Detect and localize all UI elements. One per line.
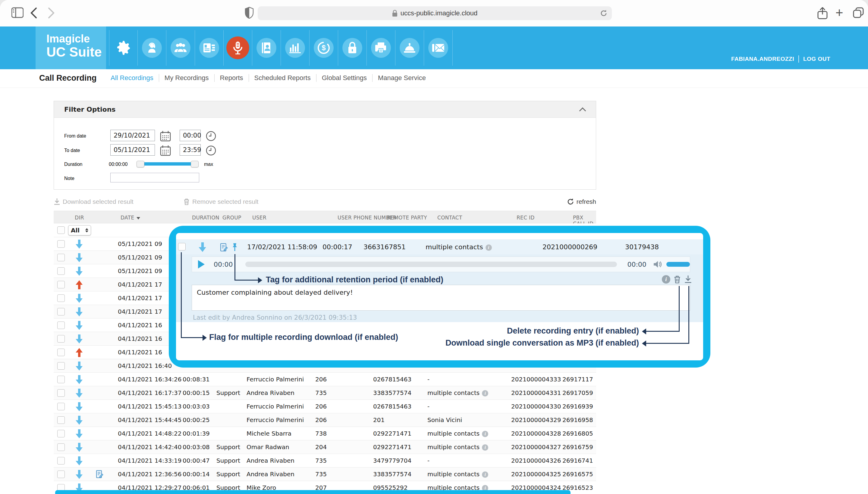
download-selected-button[interactable]: Download selected result [54,198,133,205]
note-icon[interactable] [220,243,228,251]
table-row[interactable]: 04/11/2021 15:45:1300:03:03Ferruccio Pal… [54,400,596,413]
delete-recording-icon[interactable] [673,275,681,284]
col-remote-party[interactable]: REMOTE PARTY [387,215,427,221]
duration-slider[interactable] [139,161,196,167]
refresh-button[interactable]: refresh [567,198,596,205]
table-row[interactable]: 04/11/2021 16:34:2600:08:31Ferruccio Pal… [54,373,596,386]
speaker-icon[interactable] [653,260,662,268]
contact-info-icon[interactable]: i [482,431,488,437]
to-time-input[interactable]: 23:59 [180,144,201,156]
user-groups-icon[interactable] [166,30,195,65]
slider-handle-min[interactable] [137,161,144,167]
tab-all-recordings[interactable]: All Recordings [105,74,159,82]
hotel-services-bell-icon[interactable] [395,30,424,65]
row-checkbox[interactable] [57,294,65,302]
billing-dollar-icon[interactable]: $ [309,30,338,65]
contact-info-icon[interactable]: i [482,471,488,478]
select-all-checkbox[interactable] [57,226,65,234]
contact-info-icon[interactable]: i [482,390,488,397]
col-duration[interactable]: DURATION [192,215,219,221]
dir-filter-dropdown[interactable]: All [68,225,91,235]
row-checkbox[interactable] [57,389,65,397]
row-checkbox[interactable] [57,416,65,424]
volume-bar[interactable] [666,262,690,267]
row-checkbox[interactable] [57,240,65,248]
col-date[interactable]: DATE [121,215,140,221]
new-tab-plus-icon[interactable]: + [835,6,843,19]
to-clock-icon[interactable] [205,145,216,156]
settings-gear-icon[interactable] [109,30,138,65]
tab-overview-icon[interactable] [853,7,864,18]
contacts-book-icon[interactable] [252,30,281,65]
share-icon[interactable] [817,7,828,19]
to-date-input[interactable]: 05/11/2021 [110,144,155,156]
tab-manage-service[interactable]: Manage Service [373,74,431,82]
tab-global-settings[interactable]: Global Settings [317,74,373,82]
phone-directory-icon[interactable] [195,30,224,65]
contact-info-icon[interactable]: i [482,444,488,451]
info-icon[interactable]: i [662,275,670,284]
to-calendar-icon[interactable] [160,145,171,156]
table-row[interactable]: 04/11/2021 16:17:3700:00:15SupportAndrea… [54,386,596,400]
fax-printer-icon[interactable] [367,30,395,65]
col-contact[interactable]: CONTACT [437,215,462,221]
row-checkbox[interactable] [57,348,65,356]
sidebar-toggle-icon[interactable] [12,7,23,18]
table-row[interactable]: 04/11/2021 14:42:4000:03:08SupportOmar R… [54,440,596,454]
imagicle-logo[interactable]: Imagicle UC Suite [36,26,106,69]
table-row[interactable]: 04/11/2021 14:48:2200:01:39Michele Sbarr… [54,427,596,440]
play-button[interactable] [197,260,205,269]
recording-note-textarea[interactable]: Customer complaining about delayed deliv… [192,285,690,311]
url-bar[interactable]: uccs-public.imagicle.cloud [258,6,612,20]
row-checkbox[interactable] [57,308,65,316]
note-icon[interactable] [96,470,104,478]
row-checkbox[interactable] [57,443,65,451]
contact-info-icon[interactable]: i [486,244,492,251]
col-rec-id[interactable]: REC ID [517,215,535,221]
slider-handle-max[interactable] [191,161,199,167]
back-button-icon[interactable] [30,7,37,19]
filter-panel-header[interactable]: Filter Options [54,101,596,118]
remove-selected-button[interactable]: Remove selected result [183,198,258,205]
note-filter-input[interactable] [110,173,199,183]
row-checkbox[interactable] [57,267,65,275]
table-row[interactable]: 04/11/2021 14:33:1900:00:47SupportAndrea… [54,454,596,468]
row-checkbox[interactable] [57,471,65,478]
col-group[interactable]: GROUP [222,215,241,221]
from-date-input[interactable]: 29/10/2021 [110,130,155,141]
row-checkbox[interactable] [57,403,65,410]
collapse-chevron-icon[interactable] [579,108,586,114]
row-checkbox[interactable] [57,376,65,383]
voicemail-mail-icon[interactable] [424,30,453,65]
row-checkbox[interactable] [178,243,186,250]
row-checkbox[interactable] [57,457,65,464]
agent-headset-icon[interactable] [138,30,166,65]
tab-my-recordings[interactable]: My Recordings [159,74,215,82]
from-time-input[interactable]: 00:00 [180,130,201,141]
download-mp3-icon[interactable] [684,275,692,284]
reload-icon[interactable] [600,10,608,17]
tab-reports[interactable]: Reports [215,74,249,82]
player-progress-bar[interactable] [245,262,617,267]
row-checkbox[interactable] [57,335,65,343]
table-row[interactable]: 04/11/2021 15:44:4500:00:25Ferruccio Pal… [54,413,596,427]
forward-button-icon[interactable] [48,7,55,19]
call-recording-mic-icon[interactable] [224,30,252,65]
row-checkbox[interactable] [57,254,65,261]
security-lock-icon[interactable] [338,30,367,65]
logout-link[interactable]: LOG OUT [803,56,830,62]
analytics-chart-icon[interactable] [281,30,309,65]
row-checkbox[interactable] [57,281,65,288]
expanded-recording-row[interactable]: 17/02/2021 11:58:09 00:00:17 3663167851 … [176,239,703,255]
row-checkbox[interactable] [57,322,65,329]
row-checkbox[interactable] [57,362,65,370]
from-calendar-icon[interactable] [160,131,171,141]
table-row[interactable]: 04/11/2021 12:36:5600:00:14SupportAndrea… [54,468,596,481]
retention-pin-icon[interactable] [231,243,239,252]
tab-scheduled-reports[interactable]: Scheduled Reports [249,74,317,82]
col-user[interactable]: USER [252,215,267,221]
from-clock-icon[interactable] [205,131,216,141]
row-checkbox[interactable] [57,430,65,437]
privacy-shield-icon[interactable] [245,7,254,19]
col-dir[interactable]: DIR [75,215,84,221]
